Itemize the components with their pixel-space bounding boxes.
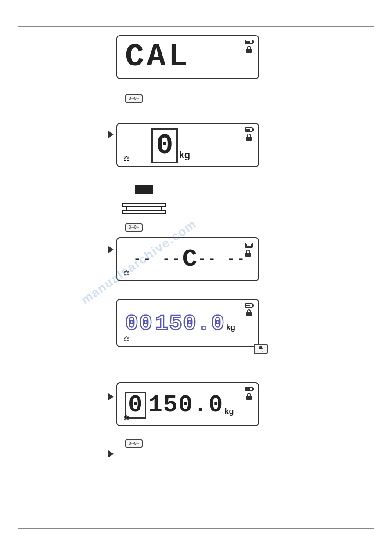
top-rule	[18, 26, 374, 27]
scale-platform	[122, 203, 166, 214]
display4-content: 00 150.0 kg	[125, 313, 235, 335]
weight-block	[135, 185, 153, 194]
c-letter: C	[183, 245, 198, 273]
weight-diagram	[122, 185, 166, 214]
battery-icon-4	[245, 303, 253, 308]
digits-150-outline: 150.0	[155, 313, 225, 335]
weight-person-button[interactable]	[254, 344, 268, 354]
dashes-left: -- --	[133, 252, 182, 267]
zero-button-3[interactable]: 0→0←	[125, 439, 143, 448]
battery-icon-2	[245, 127, 253, 132]
scale-icon-5: ⚖	[123, 414, 129, 422]
leg-right	[161, 207, 162, 210]
weight-icon-3	[245, 243, 253, 248]
kg-unit-5: kg	[224, 407, 234, 416]
scale-icon-3: ⚖	[123, 268, 129, 277]
pointer-3	[108, 393, 114, 400]
platform-legs	[126, 207, 162, 210]
lock-icon	[246, 46, 252, 53]
pointer-2	[108, 246, 114, 253]
cal-text: CAL	[125, 41, 190, 73]
weight-arrow	[144, 194, 144, 203]
dashes-content: -- -- C -- --	[133, 245, 247, 273]
pointer-4	[108, 450, 114, 457]
display3-icons	[245, 243, 253, 258]
zero-button-1[interactable]: 0→0←	[125, 94, 143, 103]
lock-icon-2	[246, 134, 252, 141]
kg-unit-2: kg	[179, 149, 190, 161]
lock-icon-5	[246, 393, 252, 400]
digits-150-solid: 150.0	[148, 393, 223, 417]
zero-digit: 0	[151, 128, 178, 163]
display-150-outline: ⚖ 00 150.0 kg	[116, 299, 259, 347]
zero-button-2[interactable]: 0→0←	[125, 223, 143, 232]
platform-base	[122, 210, 166, 214]
display1-icons	[245, 40, 253, 53]
lock-icon-4	[246, 309, 252, 316]
scale-icon-2: ⚖	[123, 154, 129, 163]
display-dashes: ⚖ -- -- C -- --	[116, 237, 259, 281]
display5-icons	[245, 387, 253, 400]
leg-left	[126, 207, 127, 210]
dashes-right: -- --	[198, 252, 246, 267]
scale-icon-4: ⚖	[123, 334, 129, 343]
display4-icons	[245, 303, 253, 316]
display-zero-kg: ⚖ 0 kg	[116, 123, 259, 167]
lock-icon-3	[245, 250, 251, 257]
battery-icon	[245, 40, 253, 44]
person-icon	[258, 346, 264, 352]
bottom-rule	[18, 528, 374, 529]
digits-outline: 00	[125, 313, 153, 335]
display-150-solid: ⚖ 0 150.0 kg	[116, 382, 259, 426]
zero-display: 0 kg	[151, 128, 190, 163]
display2-icons	[245, 127, 253, 141]
kg-unit-4: kg	[226, 323, 235, 332]
display5-content: 0 150.0 kg	[125, 392, 234, 419]
pointer-1	[108, 131, 114, 138]
platform-top	[122, 203, 166, 207]
display-cal: CAL	[116, 35, 259, 79]
battery-icon-5	[245, 387, 253, 391]
